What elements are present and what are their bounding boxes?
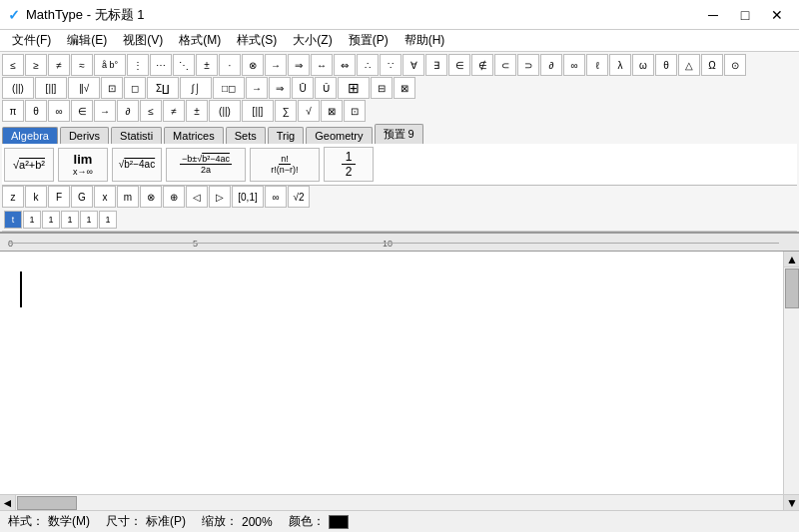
sym-rarr[interactable]: →: [265, 54, 287, 76]
sym-pm[interactable]: ±: [196, 54, 218, 76]
close-button[interactable]: ✕: [763, 1, 791, 29]
sym-infty2[interactable]: ∞: [48, 100, 70, 122]
sym-exists[interactable]: ∃: [425, 54, 447, 76]
sym-grid2[interactable]: ⊟: [371, 77, 393, 99]
sym-partial[interactable]: ∂: [540, 54, 562, 76]
sym-matrix[interactable]: □◻: [213, 77, 245, 99]
sym-paren2[interactable]: (||): [209, 100, 241, 122]
sym-bracket[interactable]: [||]: [35, 77, 67, 99]
small-tab-1b[interactable]: 1: [42, 211, 60, 229]
menu-help[interactable]: 帮助(H): [397, 30, 453, 51]
tab-matrices[interactable]: Matrices: [164, 127, 224, 144]
sym-sum[interactable]: ∑: [275, 100, 297, 122]
sym-paren[interactable]: (||): [2, 77, 34, 99]
sym-sigma[interactable]: Σ∐: [147, 77, 179, 99]
menu-edit[interactable]: 编辑(E): [59, 30, 115, 51]
sym-box2[interactable]: ◻: [124, 77, 146, 99]
sym-Ucheck[interactable]: Ǔ: [315, 77, 337, 99]
scroll-thumb-vertical[interactable]: [785, 268, 799, 308]
vertical-scrollbar[interactable]: ▲ ▼: [783, 252, 799, 494]
sym-because[interactable]: ∵: [380, 54, 401, 76]
menu-view[interactable]: 视图(V): [115, 30, 171, 51]
sym-in2[interactable]: ∈: [71, 100, 93, 122]
sym-sqrt3[interactable]: √2: [288, 186, 310, 208]
sym-sqrt-bar[interactable]: ‖√: [68, 77, 100, 99]
scroll-up-button[interactable]: ▲: [784, 252, 799, 267]
sym-dots3[interactable]: ⋱: [173, 54, 195, 76]
sym-otimes2[interactable]: ⊗: [140, 186, 162, 208]
sym-neq[interactable]: ≠: [48, 54, 70, 76]
sym-interval[interactable]: [0,1]: [232, 186, 264, 208]
tab-algebra[interactable]: Algebra: [2, 127, 58, 144]
sym-z[interactable]: z: [2, 186, 24, 208]
sym-bracket2[interactable]: [||]: [242, 100, 274, 122]
editor-area[interactable]: [0, 252, 799, 494]
menu-size[interactable]: 大小(Z): [285, 30, 340, 51]
sym-Ubar[interactable]: Ū: [292, 77, 314, 99]
sym-G[interactable]: G: [71, 186, 93, 208]
menu-format[interactable]: 格式(M): [171, 30, 229, 51]
sym-grid3[interactable]: ⊠: [394, 77, 415, 99]
sym-Omega[interactable]: Ω: [701, 54, 723, 76]
sym-leq2[interactable]: ≤: [140, 100, 162, 122]
tmpl-combination[interactable]: n! r!(n−r)!: [250, 148, 320, 182]
tab-sets[interactable]: Sets: [226, 127, 266, 144]
tab-statisti[interactable]: Statisti: [111, 127, 162, 144]
sym-supset[interactable]: ⊃: [517, 54, 539, 76]
sym-hArr[interactable]: ⇔: [334, 54, 356, 76]
scroll-left-button[interactable]: ◄: [0, 495, 16, 510]
sym-oplus[interactable]: ⊕: [163, 186, 185, 208]
sym-therefore[interactable]: ∴: [357, 54, 379, 76]
sym-dArr[interactable]: ⇒: [269, 77, 291, 99]
sym-ltri[interactable]: ◁: [186, 186, 208, 208]
sym-ell[interactable]: ℓ: [586, 54, 608, 76]
sym-boxtimes[interactable]: ⊠: [321, 100, 343, 122]
sym-boxdot[interactable]: ⊡: [344, 100, 366, 122]
small-tab-1c[interactable]: 1: [61, 211, 79, 229]
tmpl-half[interactable]: 1 2: [324, 147, 374, 182]
sym-box1[interactable]: ⊡: [101, 77, 123, 99]
menu-file[interactable]: 文件(F): [4, 30, 59, 51]
sym-sqrt2[interactable]: √: [298, 100, 320, 122]
sym-infty[interactable]: ∞: [563, 54, 585, 76]
sym-omega[interactable]: ω: [632, 54, 654, 76]
sym-rArr[interactable]: ⇒: [288, 54, 310, 76]
sym-infty3[interactable]: ∞: [265, 186, 287, 208]
sym-lambda[interactable]: λ: [609, 54, 631, 76]
menu-preset[interactable]: 预置(P): [341, 30, 397, 51]
sym-partial2[interactable]: ∂: [117, 100, 139, 122]
horizontal-scrollbar[interactable]: ◄ ►: [0, 494, 799, 510]
sym-geq[interactable]: ≥: [25, 54, 47, 76]
sym-notin[interactable]: ∉: [471, 54, 493, 76]
sym-cdot[interactable]: ·: [219, 54, 241, 76]
sym-arr2[interactable]: →: [246, 77, 268, 99]
sym-k[interactable]: k: [25, 186, 47, 208]
sym-x[interactable]: x: [94, 186, 116, 208]
tab-preset9[interactable]: 预置 9: [375, 124, 423, 144]
tab-derivs[interactable]: Derivs: [60, 127, 109, 144]
minimize-button[interactable]: ─: [699, 1, 727, 29]
sym-rarr2[interactable]: →: [94, 100, 116, 122]
small-tab-1d[interactable]: 1: [80, 211, 98, 229]
sym-forall[interactable]: ∀: [402, 54, 424, 76]
sym-integral[interactable]: ∫⌡: [180, 77, 212, 99]
sym-triangle[interactable]: △: [678, 54, 700, 76]
sym-rtri[interactable]: ▷: [209, 186, 231, 208]
sym-harr[interactable]: ↔: [311, 54, 333, 76]
tmpl-pythagorean[interactable]: √a²+b²: [4, 148, 54, 182]
sym-odot[interactable]: ⊙: [724, 54, 746, 76]
tab-geometry[interactable]: Geometry: [306, 127, 372, 144]
tmpl-limit[interactable]: lim x→∞: [58, 148, 108, 182]
sym-theta[interactable]: θ: [655, 54, 677, 76]
sym-pm2[interactable]: ±: [186, 100, 208, 122]
sym-subset[interactable]: ⊂: [494, 54, 516, 76]
sym-approx[interactable]: ≈: [71, 54, 93, 76]
tmpl-quadratic[interactable]: −b±√b²−4ac 2a: [166, 148, 246, 182]
small-tab-1e[interactable]: 1: [99, 211, 117, 229]
sym-theta2[interactable]: θ: [25, 100, 47, 122]
sym-neq2[interactable]: ≠: [163, 100, 185, 122]
sym-grid[interactable]: ⊞: [338, 77, 370, 99]
sym-ab[interactable]: å b°: [94, 54, 126, 76]
sym-dots2[interactable]: ⋯: [150, 54, 172, 76]
sym-otimes[interactable]: ⊗: [242, 54, 264, 76]
